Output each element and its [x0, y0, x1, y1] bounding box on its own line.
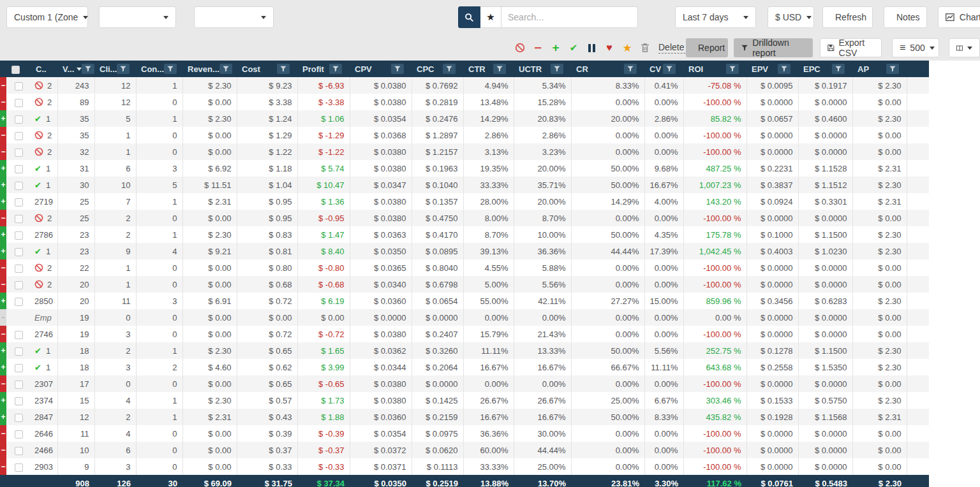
filter-dropdown-3[interactable] — [194, 6, 274, 28]
filter-icon-cr[interactable] — [624, 64, 637, 74]
check-icon[interactable]: ✔ — [568, 42, 579, 54]
column-header-cr[interactable]: CR — [571, 61, 644, 77]
column-header-cpc[interactable]: CPC — [412, 61, 463, 77]
row-checkbox[interactable] — [15, 149, 23, 157]
row-checkbox[interactable] — [15, 182, 23, 190]
row-checkbox[interactable] — [15, 248, 23, 256]
column-header-c[interactable]: C.. — [31, 61, 57, 77]
column-header-cv[interactable]: CV — [644, 61, 683, 77]
filter-icon[interactable] — [394, 66, 401, 72]
ban-icon[interactable] — [514, 42, 526, 54]
column-header-epc[interactable]: EPC — [798, 61, 852, 77]
filter-icon[interactable] — [120, 66, 126, 72]
filter-icon[interactable] — [167, 66, 174, 72]
row-checkbox[interactable] — [15, 115, 23, 124]
currency-dropdown[interactable]: $ USD — [768, 6, 814, 28]
filter-icon-ap[interactable] — [886, 64, 899, 74]
select-all-header[interactable] — [6, 61, 31, 77]
column-header-rev[interactable]: Reven... — [182, 61, 237, 77]
filter-icon-cv[interactable] — [663, 64, 676, 74]
column-header-ctr[interactable]: CTR — [463, 61, 514, 77]
filter-icon-v[interactable] — [82, 64, 94, 74]
filter-icon[interactable] — [332, 66, 339, 72]
filter-icon-rev[interactable] — [219, 64, 232, 74]
filter-icon-cpc[interactable] — [443, 64, 456, 74]
column-header-roi[interactable]: ROI — [683, 61, 746, 77]
filter-dropdown-2[interactable] — [99, 6, 176, 28]
plus-icon[interactable]: + — [550, 42, 561, 54]
filter-icon-uctr[interactable] — [551, 64, 563, 74]
filter-icon-profit[interactable] — [329, 64, 342, 74]
row-checkbox[interactable] — [15, 298, 23, 306]
column-header-con[interactable]: Con... — [136, 61, 182, 77]
filter-icon[interactable] — [446, 66, 452, 72]
filter-icon-cpv[interactable] — [391, 64, 404, 74]
star-icon[interactable]: ★ — [621, 42, 633, 54]
filter-icon-cli[interactable] — [117, 64, 130, 74]
column-header-uctr[interactable]: UCTR — [514, 61, 571, 77]
filter-icon[interactable] — [85, 66, 91, 72]
row-checkbox[interactable] — [15, 132, 23, 140]
row-checkbox[interactable] — [15, 198, 23, 207]
notes-button[interactable]: Notes — [884, 6, 927, 28]
report-button[interactable]: Report — [686, 38, 728, 57]
column-header-cli[interactable]: Cli... — [94, 61, 136, 77]
search-button[interactable] — [458, 6, 480, 28]
columns-dropdown[interactable] — [949, 38, 980, 57]
refresh-button[interactable]: Refresh — [822, 6, 873, 28]
column-header-cost[interactable]: Cost — [237, 61, 297, 77]
column-header-v[interactable]: V... — [57, 61, 94, 77]
row-checkbox[interactable] — [15, 82, 23, 91]
filter-icon[interactable] — [627, 66, 634, 72]
column-header-epv[interactable]: EPV — [746, 61, 798, 77]
cell-epc: $ 0.0000 — [798, 94, 852, 110]
filter-icon-ctr[interactable] — [493, 64, 506, 74]
cell-ap: $ 2.30 — [852, 392, 907, 409]
heart-icon[interactable]: ♥ — [604, 42, 615, 54]
row-checkbox[interactable] — [15, 397, 23, 405]
column-header-profit[interactable]: Profit — [297, 61, 350, 77]
trash-icon[interactable] — [639, 42, 651, 54]
filter-icon[interactable] — [781, 66, 787, 72]
chart-button[interactable]: Chart — [938, 6, 980, 28]
page-size-dropdown[interactable]: ≡ 500 — [892, 38, 939, 57]
drilldown-report-button[interactable]: Drilldown report — [734, 38, 813, 57]
row-checkbox[interactable] — [15, 364, 23, 372]
row-checkbox[interactable] — [15, 447, 23, 455]
filter-icon[interactable] — [496, 66, 503, 72]
filter-icon-con[interactable] — [164, 64, 177, 74]
filter-icon[interactable] — [889, 66, 896, 72]
filter-icon-cost[interactable] — [277, 64, 290, 74]
date-range-dropdown[interactable]: Last 7 days — [675, 6, 756, 28]
zone-filter-dropdown[interactable]: Custom 1 (Zone — [6, 6, 88, 28]
row-checkbox[interactable] — [15, 347, 23, 356]
filter-icon[interactable] — [729, 66, 736, 72]
row-checkbox[interactable] — [15, 231, 23, 240]
export-csv-button[interactable]: Export CSV — [820, 38, 882, 57]
row-checkbox[interactable] — [15, 215, 23, 223]
row-checkbox[interactable] — [15, 331, 23, 339]
pause-icon[interactable] — [586, 42, 597, 54]
filter-icon-roi[interactable] — [726, 64, 739, 74]
row-checkbox[interactable] — [15, 281, 23, 289]
saved-search-button[interactable]: ★ — [480, 6, 501, 28]
row-checkbox[interactable] — [15, 463, 23, 472]
filter-icon[interactable] — [835, 66, 842, 72]
filter-icon[interactable] — [554, 66, 560, 72]
column-header-ap[interactable]: AP — [852, 61, 907, 77]
minus-icon[interactable]: − — [532, 42, 544, 54]
filter-icon[interactable] — [280, 66, 286, 72]
row-checkbox[interactable] — [15, 414, 23, 422]
filter-icon[interactable] — [223, 66, 229, 72]
filter-icon[interactable] — [666, 66, 672, 72]
row-checkbox[interactable] — [15, 99, 23, 107]
filter-icon-epv[interactable] — [778, 64, 791, 74]
row-checkbox[interactable] — [15, 381, 23, 389]
row-checkbox[interactable] — [15, 265, 23, 273]
filter-icon-epc[interactable] — [832, 64, 845, 74]
search-input[interactable] — [501, 6, 638, 28]
row-checkbox[interactable] — [15, 165, 23, 173]
row-checkbox[interactable] — [15, 430, 23, 439]
select-all-checkbox[interactable] — [11, 66, 20, 74]
column-header-cpv[interactable]: CPV — [350, 61, 412, 77]
